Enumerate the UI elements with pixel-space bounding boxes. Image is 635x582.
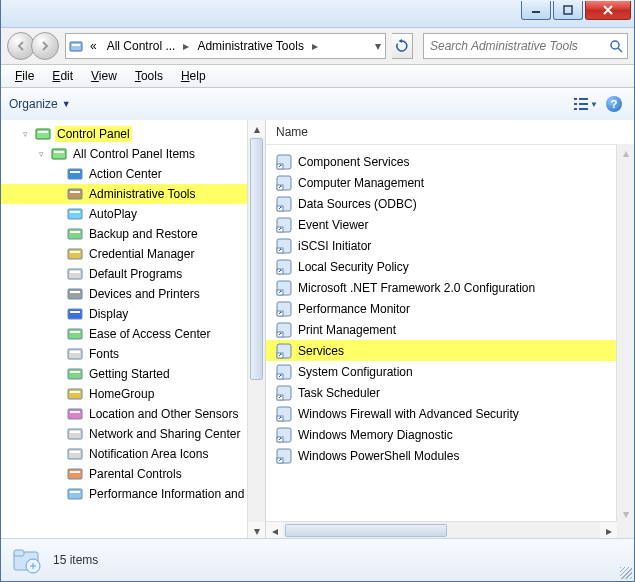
scroll-right-button[interactable]: ▸	[600, 522, 617, 539]
svg-rect-22	[70, 231, 80, 233]
tree-item-notification-area-icons[interactable]: Notification Area Icons	[1, 444, 265, 464]
menu-help[interactable]: Help	[173, 67, 214, 85]
view-list-icon	[574, 97, 588, 111]
svg-rect-26	[70, 271, 80, 273]
minimize-button[interactable]	[521, 1, 551, 20]
body: ▿Control Panel▿All Control Panel ItemsAc…	[1, 120, 634, 539]
tree-item-location-and-other-sensors[interactable]: Location and Other Sensors	[1, 404, 265, 424]
chevron-down-icon[interactable]: ▾	[373, 39, 383, 53]
statusbar: 15 items	[1, 538, 634, 581]
chevron-down-icon: ▼	[62, 99, 71, 109]
content-hscrollbar[interactable]: ◂ ▸	[266, 521, 617, 539]
tree-item-ease-of-access-center[interactable]: Ease of Access Center	[1, 324, 265, 344]
scroll-up-button[interactable]: ▴	[248, 120, 265, 137]
list-item-print-management[interactable]: Print Management	[266, 319, 634, 340]
tree-icon	[67, 286, 83, 302]
list-item-system-configuration[interactable]: System Configuration	[266, 361, 634, 382]
maximize-button[interactable]	[553, 1, 583, 20]
list-item-windows-memory-diagnostic[interactable]: Windows Memory Diagnostic	[266, 424, 634, 445]
organize-button[interactable]: Organize ▼	[9, 97, 71, 111]
tree-label: Display	[87, 306, 130, 322]
svg-rect-3	[72, 44, 80, 46]
breadcrumb-item[interactable]: All Control ...	[103, 39, 180, 53]
tree-item-autoplay[interactable]: AutoPlay	[1, 204, 265, 224]
tree-item-administrative-tools[interactable]: Administrative Tools	[1, 184, 265, 204]
scroll-thumb[interactable]	[250, 138, 263, 380]
tree-icon	[67, 486, 83, 502]
svg-rect-20	[70, 211, 80, 213]
column-header-name[interactable]: Name	[266, 120, 634, 145]
shortcut-icon	[276, 259, 292, 275]
svg-rect-19	[68, 209, 82, 219]
scroll-thumb[interactable]	[285, 524, 447, 537]
chevron-right-icon[interactable]: ▸	[181, 39, 191, 53]
list-item-data-sources-odbc-[interactable]: Data Sources (ODBC)	[266, 193, 634, 214]
tree-item-homegroup[interactable]: HomeGroup	[1, 384, 265, 404]
breadcrumb-root[interactable]: «	[86, 39, 101, 53]
list-item-services[interactable]: Services	[266, 340, 634, 361]
tree-label: Default Programs	[87, 266, 184, 282]
list-item-computer-management[interactable]: Computer Management	[266, 172, 634, 193]
close-button[interactable]	[585, 1, 631, 20]
tree-item-getting-started[interactable]: Getting Started	[1, 364, 265, 384]
tree-item-control-panel[interactable]: ▿Control Panel	[1, 124, 265, 144]
view-mode-button[interactable]: ▼	[574, 92, 598, 116]
svg-rect-41	[68, 429, 82, 439]
list-item-iscsi-initiator[interactable]: iSCSI Initiator	[266, 235, 634, 256]
tree-item-action-center[interactable]: Action Center	[1, 164, 265, 184]
list-item-microsoft-net-framework-2-0-configuration[interactable]: Microsoft .NET Framework 2.0 Configurati…	[266, 277, 634, 298]
svg-rect-47	[68, 489, 82, 499]
menu-edit[interactable]: Edit	[44, 67, 81, 85]
shortcut-icon	[276, 385, 292, 401]
tree-icon	[67, 186, 83, 202]
tree-icon	[67, 466, 83, 482]
menu-file[interactable]: File	[7, 67, 42, 85]
list-item-performance-monitor[interactable]: Performance Monitor	[266, 298, 634, 319]
breadcrumb-item[interactable]: Administrative Tools	[193, 39, 308, 53]
svg-rect-5	[574, 98, 577, 100]
list-label: Print Management	[298, 323, 396, 337]
refresh-button[interactable]	[392, 33, 413, 59]
tree-item-backup-and-restore[interactable]: Backup and Restore	[1, 224, 265, 244]
list-label: Services	[298, 344, 344, 358]
tree-item-default-programs[interactable]: Default Programs	[1, 264, 265, 284]
menu-tools[interactable]: Tools	[127, 67, 171, 85]
search-input[interactable]	[428, 38, 609, 54]
expand-toggle[interactable]: ▿	[35, 149, 47, 159]
chevron-down-icon: ▼	[590, 100, 598, 109]
list-item-windows-firewall-with-advanced-security[interactable]: Windows Firewall with Advanced Security	[266, 403, 634, 424]
tree-item-all-control-panel-items[interactable]: ▿All Control Panel Items	[1, 144, 265, 164]
list-item-task-scheduler[interactable]: Task Scheduler	[266, 382, 634, 403]
expand-toggle[interactable]: ▿	[19, 129, 31, 139]
tree-item-parental-controls[interactable]: Parental Controls	[1, 464, 265, 484]
list-item-component-services[interactable]: Component Services	[266, 151, 634, 172]
address-bar[interactable]: « All Control ... ▸ Administrative Tools…	[65, 33, 386, 59]
forward-button[interactable]	[31, 32, 59, 60]
tree-item-display[interactable]: Display	[1, 304, 265, 324]
content-vscrollbar[interactable]: ▴ ▾	[616, 144, 634, 522]
help-button[interactable]: ?	[602, 92, 626, 116]
list-item-event-viewer[interactable]: Event Viewer	[266, 214, 634, 235]
window-controls	[521, 0, 634, 20]
sidebar-scrollbar[interactable]: ▴ ▾	[247, 120, 265, 539]
tree-item-fonts[interactable]: Fonts	[1, 344, 265, 364]
tree-label: Getting Started	[87, 366, 172, 382]
menu-view[interactable]: View	[83, 67, 125, 85]
toolbar: Organize ▼ ▼ ?	[1, 88, 634, 121]
list-label: Event Viewer	[298, 218, 368, 232]
scroll-up-button[interactable]: ▴	[617, 144, 634, 161]
list-item-local-security-policy[interactable]: Local Security Policy	[266, 256, 634, 277]
tree-item-network-and-sharing-center[interactable]: Network and Sharing Center	[1, 424, 265, 444]
search-box[interactable]	[423, 33, 628, 59]
svg-rect-15	[68, 169, 82, 179]
chevron-right-icon[interactable]: ▸	[310, 39, 320, 53]
tree-item-credential-manager[interactable]: Credential Manager	[1, 244, 265, 264]
list-item-windows-powershell-modules[interactable]: Windows PowerShell Modules	[266, 445, 634, 466]
scroll-down-button[interactable]: ▾	[248, 522, 265, 539]
list-label: Task Scheduler	[298, 386, 380, 400]
tree-item-devices-and-printers[interactable]: Devices and Printers	[1, 284, 265, 304]
scroll-left-button[interactable]: ◂	[266, 522, 283, 539]
scroll-down-button[interactable]: ▾	[617, 505, 634, 522]
resize-grip[interactable]	[620, 567, 632, 579]
tree-item-performance-information-and-t[interactable]: Performance Information and T	[1, 484, 265, 504]
